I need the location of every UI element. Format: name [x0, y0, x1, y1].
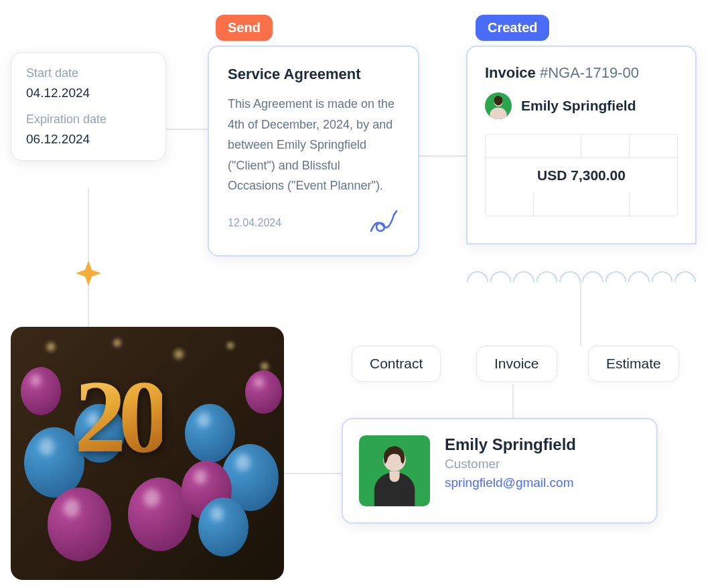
invoice-amount: USD 7,300.00 [486, 158, 677, 193]
estimate-pill[interactable]: Estimate [588, 346, 679, 382]
connector-line [284, 473, 342, 474]
agreement-title: Service Agreement [228, 66, 399, 83]
signature-icon [367, 210, 399, 236]
expiration-date-value: 06.12.2024 [26, 132, 151, 147]
invoice-header: Invoice #NGA-1719-00 [485, 64, 678, 82]
agreement-card[interactable]: Service Agreement This Agreement is made… [208, 46, 419, 256]
event-image: 20 [11, 327, 284, 580]
sparkle-icon [74, 259, 102, 287]
invoice-card[interactable]: Invoice #NGA-1719-00 Emily Springfield U… [466, 46, 697, 244]
start-date-value: 04.12.2024 [26, 86, 151, 100]
invoice-person-name: Emily Springfield [521, 98, 636, 114]
connector-line [419, 155, 466, 157]
start-date-label: Start date [26, 66, 151, 80]
invoice-number: #NGA-1719-00 [540, 64, 639, 81]
customer-name: Emily Springfield [445, 435, 576, 454]
agreement-body: This Agreement is made on the 4th of Dec… [228, 94, 399, 196]
customer-email[interactable]: springfield@gmail.com [445, 475, 576, 490]
invoice-table: USD 7,300.00 [485, 134, 678, 216]
invoice-pill[interactable]: Invoice [476, 346, 557, 382]
connector-line [512, 384, 514, 418]
customer-role: Customer [445, 457, 576, 471]
connector-line [166, 129, 208, 130]
avatar [485, 92, 512, 119]
customer-avatar [359, 435, 430, 506]
created-badge: Created [476, 15, 549, 41]
connector-line [580, 281, 581, 346]
connector-line [88, 188, 89, 327]
agreement-date: 12.04.2024 [228, 217, 281, 229]
customer-card[interactable]: Emily Springfield Customer springfield@g… [342, 418, 658, 524]
expiration-date-label: Expiration date [26, 113, 151, 127]
contract-pill[interactable]: Contract [352, 346, 441, 382]
send-badge: Send [216, 15, 273, 41]
event-number: 20 [74, 357, 162, 477]
invoice-person: Emily Springfield [485, 92, 678, 119]
invoice-scallop-edge [466, 266, 697, 282]
dates-card: Start date 04.12.2024 Expiration date 06… [11, 52, 166, 161]
invoice-label: Invoice [485, 64, 536, 81]
